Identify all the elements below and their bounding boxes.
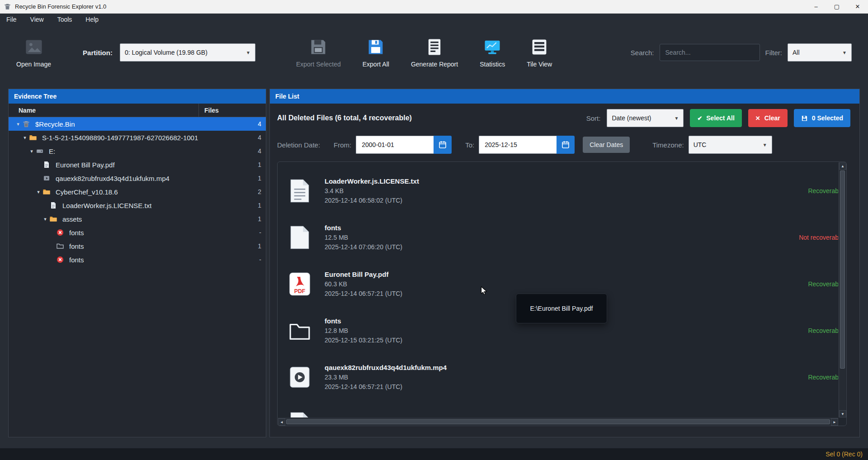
tree-row[interactable]: ▾S-1-5-21-154098890-1497771987-627026682… [9, 131, 266, 144]
statistics-button[interactable]: Statistics [480, 37, 505, 68]
tree-row[interactable]: fonts1 [9, 239, 266, 253]
recoverability-status: Not recoverable [799, 234, 838, 241]
window-controls: – ▢ ✕ [806, 0, 868, 13]
video-file-icon [288, 365, 311, 389]
file-list-item[interactable]: fonts12.5 MB2025-12-14 07:06:20 (UTC)Not… [288, 214, 838, 261]
drive-icon [36, 147, 45, 155]
tile-view-label: Tile View [527, 61, 552, 68]
scroll-down-icon[interactable]: ▼ [839, 410, 846, 417]
menu-file[interactable]: File [6, 16, 17, 23]
file-size: 60.3 KB [325, 280, 402, 288]
generate-report-button[interactable]: Generate Report [411, 37, 458, 68]
tree-row[interactable]: qauexk82rubfruxd43q4d1ukfukm.mp41 [9, 171, 266, 185]
file-list-header: File List [270, 89, 859, 104]
tree-column-headers: Name Files [9, 104, 266, 117]
toolbar: Open Image Partition: 0: Logical Volume … [0, 25, 868, 80]
file-size: 12.8 MB [325, 327, 402, 334]
to-label: To: [465, 141, 474, 149]
tree-item-file-count: 1 [258, 161, 261, 168]
folder-icon [29, 133, 38, 142]
app-icon [4, 3, 11, 10]
to-calendar-button[interactable] [557, 136, 575, 154]
tree-row[interactable]: Euronet Bill Pay.pdf1 [9, 158, 266, 171]
folder-icon [49, 215, 58, 223]
minimize-button[interactable]: – [806, 0, 826, 13]
timezone-dropdown[interactable]: UTC ▼ [689, 136, 772, 154]
sort-value: Date (newest) [612, 114, 651, 122]
tree-row[interactable]: LoaderWorker.js.LICENSE.txt1 [9, 199, 266, 212]
recycle-bin-icon [22, 120, 31, 128]
open-image-label: Open Image [16, 61, 51, 68]
menu-help[interactable]: Help [85, 16, 99, 23]
clear-dates-button[interactable]: Clear Dates [583, 137, 630, 153]
column-files[interactable]: Files [198, 104, 219, 117]
filter-dropdown[interactable]: All ▼ [788, 43, 852, 62]
menu-tools[interactable]: Tools [57, 16, 72, 23]
clear-button[interactable]: ✕ Clear [748, 109, 788, 127]
vertical-scrollbar[interactable]: ▲ ▼ [839, 162, 846, 417]
x-icon: ✕ [755, 115, 760, 122]
tile-view-button[interactable]: Tile View [527, 37, 552, 68]
file-name: LoaderWorker.js.LICENSE.txt [325, 177, 419, 185]
tree-row[interactable]: fonts- [9, 253, 266, 266]
horizontal-scroll-thumb[interactable] [286, 419, 830, 424]
folder-outline-file-icon [288, 318, 311, 343]
collapse-arrow-icon[interactable]: ▾ [34, 189, 42, 195]
text-file-icon [288, 179, 311, 203]
tree-row[interactable]: fonts- [9, 226, 266, 239]
file-list-item[interactable]: qauexk82rubfruxd43q4d1ukfukm.mp423.3 MB2… [288, 354, 838, 400]
collapse-arrow-icon[interactable]: ▾ [41, 216, 49, 222]
select-all-button[interactable]: ✔ Select All [690, 109, 741, 127]
maximize-button[interactable]: ▢ [826, 0, 847, 13]
recoverability-status: Recoverable [808, 280, 838, 288]
file-item-text: qauexk82rubfruxd43q4d1ukfukm.mp423.3 MB2… [325, 364, 447, 390]
tree-item-label: qauexk82rubfruxd43q4d1ukfukm.mp4 [56, 175, 170, 182]
collapse-arrow-icon[interactable]: ▾ [28, 148, 36, 154]
file-list-item[interactable]: LoaderWorker.js.LICENSE.txt3.4 KB2025-12… [288, 167, 838, 214]
vertical-scroll-track[interactable] [839, 170, 846, 410]
tree-item-file-count: 4 [258, 147, 261, 155]
tree-row[interactable]: ▾E:4 [9, 144, 266, 158]
tree-row[interactable]: ▾$Recycle.Bin4 [9, 117, 266, 131]
file-item-text: fonts12.8 MB2025-12-15 03:21:25 (UTC) [325, 317, 402, 344]
export-selected-button[interactable]: Export Selected [296, 37, 341, 68]
file-list-item[interactable]: fonts [288, 400, 838, 417]
menu-view[interactable]: View [30, 16, 44, 23]
selected-count-button[interactable]: 0 Selected [794, 109, 850, 127]
close-button[interactable]: ✕ [847, 0, 868, 13]
horizontal-scrollbar[interactable]: ◄ ► [278, 418, 838, 425]
scroll-right-icon[interactable]: ► [831, 418, 838, 426]
filter-label: Filter: [765, 49, 783, 57]
partition-dropdown[interactable]: 0: Logical Volume (19.98 GB) ▼ [120, 43, 255, 62]
app-window: Recycle Bin Forensic Explorer v1.0 – ▢ ✕… [0, 0, 868, 460]
from-date-group [356, 136, 452, 154]
from-date-input[interactable] [356, 136, 434, 154]
scroll-left-icon[interactable]: ◄ [278, 418, 285, 426]
recoverability-status: Recoverable [808, 327, 838, 334]
vertical-scroll-thumb[interactable] [840, 171, 845, 369]
chevron-down-icon: ▼ [241, 50, 250, 55]
partition-label: Partition: [83, 49, 113, 57]
export-all-icon [366, 37, 386, 57]
open-image-button[interactable]: Open Image [16, 37, 51, 68]
tree-item-label: CyberChef_v10.18.6 [56, 188, 118, 196]
tree-row[interactable]: ▾CyberChef_v10.18.62 [9, 185, 266, 199]
file-items: LoaderWorker.js.LICENSE.txt3.4 KB2025-12… [278, 162, 838, 417]
column-name[interactable]: Name [9, 107, 36, 114]
to-date-input[interactable] [479, 136, 557, 154]
tree-item-label: E: [49, 147, 55, 155]
from-calendar-button[interactable] [434, 136, 452, 154]
horizontal-scroll-track[interactable] [285, 418, 831, 425]
export-all-button[interactable]: Export All [363, 37, 389, 68]
file-list-summary: All Deleted Files (6 total, 4 recoverabl… [277, 114, 412, 122]
collapse-arrow-icon[interactable]: ▾ [21, 135, 29, 141]
collapse-arrow-icon[interactable]: ▾ [14, 121, 22, 127]
generate-report-label: Generate Report [411, 61, 458, 68]
export-selected-label: Export Selected [296, 61, 341, 68]
file-item-text: LoaderWorker.js.LICENSE.txt3.4 KB2025-12… [325, 177, 419, 204]
filter-value: All [793, 49, 800, 56]
tree-row[interactable]: ▾assets1 [9, 212, 266, 226]
scroll-up-icon[interactable]: ▲ [839, 162, 846, 170]
search-input[interactable] [660, 44, 760, 61]
sort-dropdown[interactable]: Date (newest) ▼ [607, 109, 684, 127]
